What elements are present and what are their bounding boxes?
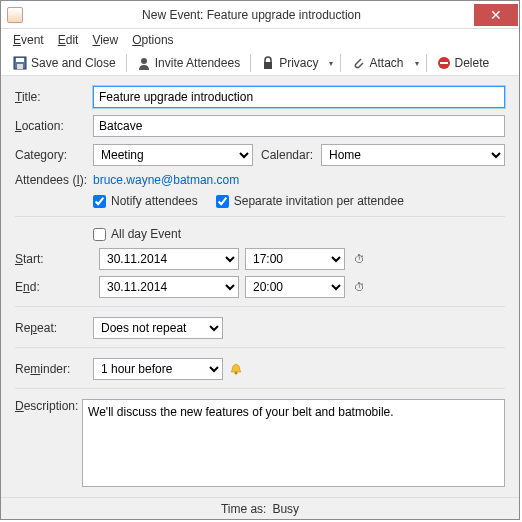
description-label: Description: [15, 399, 82, 413]
notify-checkbox[interactable]: Notify attendees [93, 194, 198, 208]
divider [15, 216, 505, 217]
event-window: New Event: Feature upgrade introduction … [0, 0, 520, 520]
form-content: Title: Location: Category: Meeting Calen… [1, 76, 519, 497]
start-time-select[interactable]: 17:00 [245, 248, 345, 270]
bell-icon [229, 362, 243, 376]
menu-edit[interactable]: Edit [52, 31, 85, 49]
allday-label: All day Event [111, 227, 181, 241]
divider [15, 347, 505, 348]
svg-rect-4 [264, 62, 272, 69]
calendar-label: Calendar: [261, 148, 321, 162]
statusbar: Time as: Busy [1, 497, 519, 519]
separator [340, 54, 341, 72]
description-textarea[interactable] [82, 399, 505, 487]
calendar-app-icon [7, 7, 23, 23]
category-select[interactable]: Meeting [93, 144, 253, 166]
divider [15, 306, 505, 307]
privacy-label: Privacy [279, 56, 318, 70]
invite-attendees-button[interactable]: Invite Attendees [131, 54, 246, 72]
category-label: Category: [15, 148, 93, 162]
save-label: Save and Close [31, 56, 116, 70]
svg-rect-2 [17, 64, 23, 69]
titlebar: New Event: Feature upgrade introduction … [1, 1, 519, 29]
delete-icon [437, 56, 451, 70]
separator [250, 54, 251, 72]
location-label: Location: [15, 119, 93, 133]
person-icon [137, 56, 151, 70]
close-icon: ✕ [490, 7, 502, 23]
svg-rect-1 [16, 58, 24, 62]
title-input[interactable] [93, 86, 505, 108]
delete-button[interactable]: Delete [431, 54, 496, 72]
timeas-value[interactable]: Busy [272, 502, 299, 516]
repeat-label: Repeat: [15, 321, 93, 335]
timezone-end-icon[interactable]: ⏱ [351, 279, 367, 295]
separate-label: Separate invitation per attendee [234, 194, 404, 208]
menu-view[interactable]: View [86, 31, 124, 49]
reminder-select[interactable]: 1 hour before [93, 358, 223, 380]
save-icon [13, 56, 27, 70]
window-title: New Event: Feature upgrade introduction [29, 8, 474, 22]
calendar-select[interactable]: Home [321, 144, 505, 166]
separate-invite-checkbox[interactable]: Separate invitation per attendee [216, 194, 404, 208]
repeat-select[interactable]: Does not repeat [93, 317, 223, 339]
title-label: Title: [15, 90, 93, 104]
end-date-select[interactable]: 30.11.2014 [99, 276, 239, 298]
close-button[interactable]: ✕ [474, 4, 518, 26]
allday-checkbox[interactable]: All day Event [93, 227, 181, 241]
menu-event[interactable]: Event [7, 31, 50, 49]
attach-dropdown[interactable]: ▾ [412, 59, 422, 68]
end-time-select[interactable]: 20:00 [245, 276, 345, 298]
svg-rect-6 [440, 62, 448, 64]
toolbar: Save and Close Invite Attendees Privacy … [1, 51, 519, 76]
svg-point-7 [235, 372, 238, 375]
attach-label: Attach [369, 56, 403, 70]
separator [426, 54, 427, 72]
attendees-label: Attendees (I): [15, 173, 93, 187]
lock-icon [261, 56, 275, 70]
start-label: Start: [15, 252, 93, 266]
paperclip-icon [351, 56, 365, 70]
start-date-select[interactable]: 30.11.2014 [99, 248, 239, 270]
location-input[interactable] [93, 115, 505, 137]
save-and-close-button[interactable]: Save and Close [7, 54, 122, 72]
attendee-link[interactable]: bruce.wayne@batman.com [93, 173, 239, 187]
invite-label: Invite Attendees [155, 56, 240, 70]
separator [126, 54, 127, 72]
timeas-label: Time as: [221, 502, 267, 516]
privacy-button[interactable]: Privacy [255, 54, 324, 72]
delete-label: Delete [455, 56, 490, 70]
end-label: End: [15, 280, 93, 294]
menu-options[interactable]: Options [126, 31, 179, 49]
timezone-start-icon[interactable]: ⏱ [351, 251, 367, 267]
svg-point-3 [141, 58, 147, 64]
privacy-dropdown[interactable]: ▾ [326, 59, 336, 68]
divider [15, 388, 505, 389]
notify-label: Notify attendees [111, 194, 198, 208]
menubar: Event Edit View Options [1, 29, 519, 51]
attach-button[interactable]: Attach [345, 54, 409, 72]
reminder-label: Reminder: [15, 362, 93, 376]
